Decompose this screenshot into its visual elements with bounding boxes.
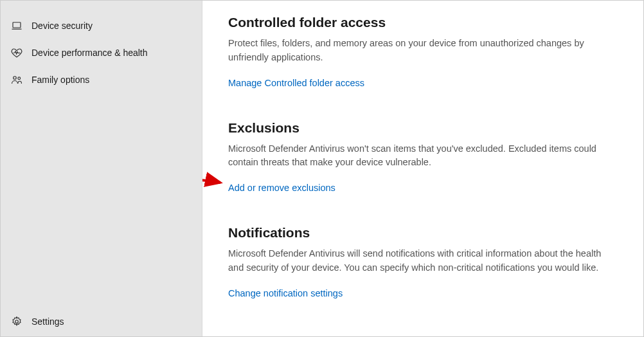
section-description: Protect files, folders, and memory areas… [228, 37, 607, 65]
sidebar-item-device-performance[interactable]: Device performance & health [1, 39, 202, 66]
sidebar-item-device-security[interactable]: Device security [1, 12, 202, 39]
sidebar-item-label: Device performance & health [31, 48, 148, 58]
annotation-arrow-icon [202, 163, 228, 202]
sidebar-item-label: Settings [31, 316, 64, 327]
link-add-remove-exclusions[interactable]: Add or remove exclusions [228, 183, 335, 193]
link-manage-controlled-folder[interactable]: Manage Controlled folder access [228, 78, 364, 88]
laptop-icon [11, 20, 22, 32]
section-exclusions: Exclusions Microsoft Defender Antivirus … [228, 120, 618, 194]
main-content: Controlled folder access Protect files, … [202, 1, 643, 336]
section-title: Notifications [228, 225, 618, 241]
svg-rect-0 [13, 23, 21, 28]
sidebar-item-family-options[interactable]: Family options [1, 66, 202, 93]
sidebar-item-label: Family options [31, 75, 89, 85]
svg-point-1 [13, 77, 17, 80]
section-description: Microsoft Defender Antivirus will send n… [228, 247, 607, 275]
section-controlled-folder-access: Controlled folder access Protect files, … [228, 15, 618, 88]
people-icon [11, 74, 22, 86]
sidebar-item-label: Device security [31, 21, 93, 31]
heart-icon [11, 47, 22, 59]
section-title: Exclusions [228, 120, 618, 136]
sidebar-top: Device security Device performance & hea… [1, 1, 202, 308]
section-notifications: Notifications Microsoft Defender Antivir… [228, 225, 618, 298]
link-change-notification-settings[interactable]: Change notification settings [228, 288, 343, 298]
sidebar: Device security Device performance & hea… [1, 1, 202, 336]
svg-point-3 [15, 320, 19, 323]
svg-point-2 [18, 77, 21, 80]
sidebar-bottom: Settings [1, 308, 202, 336]
section-description: Microsoft Defender Antivirus won't scan … [228, 142, 607, 170]
gear-icon [11, 316, 22, 327]
section-title: Controlled folder access [228, 15, 618, 30]
sidebar-item-settings[interactable]: Settings [1, 308, 202, 335]
